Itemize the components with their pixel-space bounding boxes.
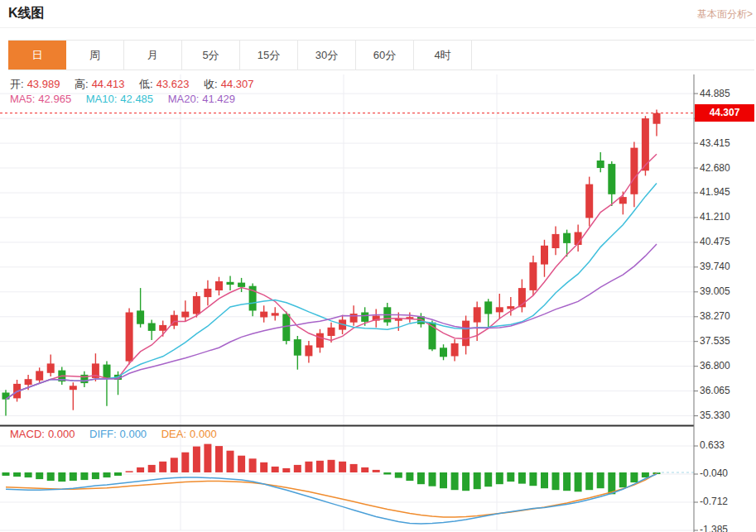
y-axis-label: 36.065 (700, 385, 730, 397)
y-axis-label: 0.633 (700, 439, 725, 452)
ma10-label: MA10: (86, 93, 118, 105)
y-axis-label: -0.712 (700, 496, 728, 508)
ma-legend: MA5:42.965 MA10:42.485 MA20:41.429 (10, 93, 247, 105)
macd-legend: MACD:0.000 DIFF:0.000 DEA:0.000 (10, 428, 229, 440)
y-axis-label: 38.270 (700, 310, 730, 323)
dea-value: 0.000 (190, 428, 217, 440)
kline-page: K线图 基本面分析> 日 周 月 5分 15分 30分 60分 4时 开:43.… (0, 0, 756, 532)
open-label: 开: (10, 78, 24, 90)
y-axis-label: 41.945 (700, 186, 730, 199)
low-value: 43.623 (156, 78, 190, 90)
dea-label: DEA: (161, 428, 186, 440)
y-axis-label: -1.385 (700, 524, 728, 532)
high-value: 44.413 (92, 78, 125, 90)
ma10-value: 42.485 (120, 93, 153, 105)
close-value: 44.307 (221, 78, 254, 90)
y-axis-label: 36.800 (700, 360, 730, 372)
macd-label: MACD: (10, 428, 45, 440)
y-axis-label: 42.680 (700, 162, 730, 175)
y-axis-label: 40.475 (700, 236, 730, 248)
current-price-badge: 44.307 (695, 104, 754, 122)
diff-value: 0.000 (120, 428, 147, 440)
y-axis-label: 39.740 (700, 261, 730, 273)
ma5-label: MA5: (10, 93, 35, 105)
ma5-value: 42.965 (38, 93, 71, 105)
diff-label: DIFF: (89, 428, 117, 440)
ma20-label: MA20: (168, 93, 200, 105)
y-axis-label: 44.885 (700, 88, 730, 100)
ohlc-legend: 开:43.989 高:44.413 低:43.623 收:44.307 (10, 77, 265, 92)
y-axis-label: 37.535 (700, 335, 730, 347)
y-axis-label: 35.330 (700, 410, 730, 422)
ma20-value: 41.429 (202, 93, 235, 105)
y-axis-label: 43.415 (700, 137, 730, 150)
macd-value: 0.000 (48, 428, 75, 440)
y-axis-label: 39.005 (700, 285, 730, 298)
close-label: 收: (204, 78, 218, 90)
high-label: 高: (75, 78, 89, 90)
y-axis-label: -0.040 (700, 467, 728, 480)
low-label: 低: (139, 78, 153, 90)
y-axis-label: 41.210 (700, 211, 730, 223)
open-value: 43.989 (27, 78, 60, 90)
